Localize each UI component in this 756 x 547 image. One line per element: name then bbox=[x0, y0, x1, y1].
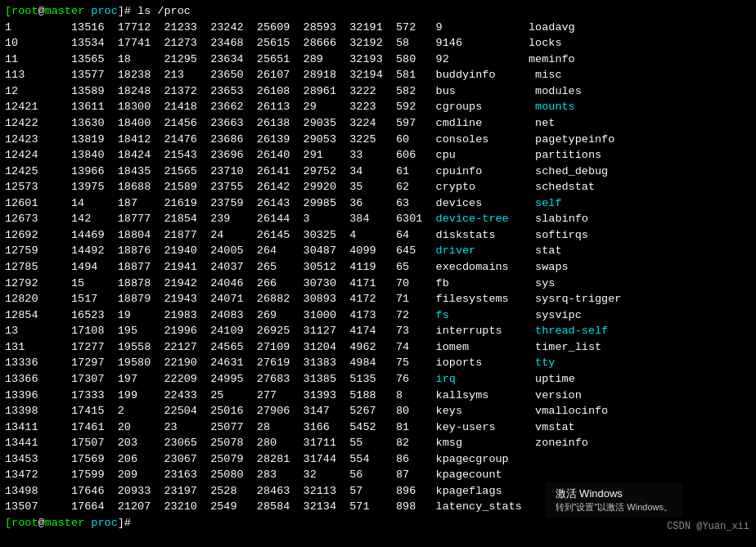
output-row-2: 10 13534 17741 21273 23468 25615 28666 3… bbox=[5, 35, 751, 52]
output-row-27: 13441 17507 203 23065 25078 280 31711 55… bbox=[5, 435, 751, 451]
fs-item: fs bbox=[436, 307, 449, 324]
output-row-13: 12673 142 18777 21854 239 26144 3 384 63… bbox=[5, 211, 751, 227]
output-row-11: 12573 13975 18688 21589 23755 26142 2992… bbox=[5, 179, 751, 195]
output-row-19: 12854 16523 19 21983 24083 269 31000 417… bbox=[5, 307, 751, 324]
output-row-3: 11 13565 18 21295 23634 25651 289 32193 … bbox=[5, 52, 751, 68]
terminal: [root@master proc]# ls /proc 1 13516 177… bbox=[0, 0, 756, 547]
output-row-12: 12601 14 187 21619 23759 26143 29985 36 … bbox=[5, 195, 751, 212]
mounts-item: mounts bbox=[535, 99, 575, 115]
output-row-7: 12422 13630 18400 21456 23663 26138 2903… bbox=[5, 115, 751, 132]
driver-item: driver bbox=[436, 243, 476, 259]
output-row-17: 12792 15 18878 21942 24046 266 30730 417… bbox=[5, 276, 751, 292]
final-prompt-user: [root bbox=[5, 515, 38, 531]
output-row-10: 12425 13966 18435 21565 23710 26141 2975… bbox=[5, 164, 751, 180]
windows-watermark: 激活 Windows 转到"设置"以激活 Windows。 bbox=[546, 482, 683, 518]
final-prompt-host: master bbox=[45, 515, 85, 531]
output-row-29: 13472 17599 209 23163 25080 283 32 56 87… bbox=[5, 467, 751, 483]
self-item: self bbox=[535, 195, 561, 212]
output-row-22: 13336 17297 19580 22190 24631 27619 3138… bbox=[5, 355, 751, 371]
output-row-21: 131 17277 19558 22127 24565 27109 31204 … bbox=[5, 339, 751, 356]
output-row-18: 12820 1517 18879 21943 24071 26882 30893… bbox=[5, 291, 751, 307]
output-row-20: 13 17108 195 21996 24109 26925 31127 417… bbox=[5, 323, 751, 339]
output-row-15: 12759 14492 18876 21940 24005 264 30487 … bbox=[5, 243, 751, 259]
final-prompt-path: proc bbox=[91, 515, 117, 531]
output-row-9: 12424 13840 18424 21543 23696 26140 291 … bbox=[5, 147, 751, 164]
output-row-25: 13398 17415 2 22504 25016 27906 3147 526… bbox=[5, 403, 751, 419]
output-row-16: 12785 1494 18877 21941 24037 265 30512 4… bbox=[5, 259, 751, 276]
prompt-user: [root bbox=[5, 3, 38, 20]
output-row-24: 13396 17333 199 22433 25 277 31393 5188 … bbox=[5, 388, 751, 404]
command-line: [root@master proc]# ls /proc bbox=[5, 3, 751, 20]
device-tree-item: device-tree bbox=[436, 211, 509, 227]
output-row-4: 113 13577 18238 213 23650 26107 28918 32… bbox=[5, 67, 751, 83]
output-row-28: 13453 17569 206 23067 25079 28281 31744 … bbox=[5, 451, 751, 468]
windows-text: 激活 Windows bbox=[556, 487, 623, 500]
tty-item: tty bbox=[535, 355, 555, 371]
irq-item: irq bbox=[436, 371, 456, 388]
output-row-5: 12 13589 18248 21372 23653 26108 28961 3… bbox=[5, 83, 751, 100]
output-row-1: 1 13516 17712 21233 23242 25609 28593 32… bbox=[5, 20, 751, 36]
output-row-14: 12692 14469 18804 21877 24 26145 30325 4… bbox=[5, 227, 751, 244]
csdn-watermark: CSDN @Yuan_xii bbox=[667, 521, 749, 532]
windows-subtext: 转到"设置"以激活 Windows。 bbox=[556, 502, 673, 512]
output-row-8: 12423 13819 18412 21476 23686 26139 2905… bbox=[5, 132, 751, 148]
output-row-23: 13366 17307 197 22209 24995 27683 31385 … bbox=[5, 371, 751, 388]
output-row-26: 13411 17461 20 23 25077 28 3166 5452 81 … bbox=[5, 419, 751, 436]
output-row-6: 12421 13611 18300 21418 23662 26113 29 3… bbox=[5, 99, 751, 115]
thread-self-item: thread-self bbox=[535, 323, 608, 339]
